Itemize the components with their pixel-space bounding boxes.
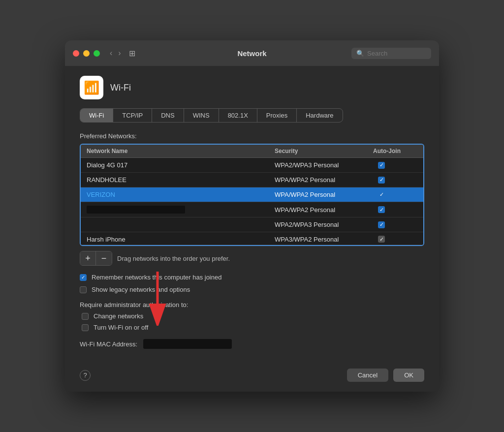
security-cell: WPA3/WPA2 Personal (275, 236, 373, 243)
col-security: Security (275, 148, 373, 154)
minimize-button[interactable] (83, 50, 90, 57)
security-cell: WPA/WPA2 Personal (275, 206, 373, 214)
mac-address-row: Wi-Fi MAC Address: (80, 339, 424, 349)
tab-8021x[interactable]: 802.1X (219, 109, 257, 122)
footer-buttons: Cancel OK (347, 369, 424, 382)
wifi-header: 📶 Wi-Fi (80, 76, 424, 99)
wifi-icon: 📶 (84, 80, 99, 95)
tab-wifi[interactable]: Wi-Fi (80, 109, 113, 122)
tab-hardware[interactable]: Hardware (297, 109, 342, 122)
preferred-networks-label: Preferred Networks: (80, 132, 424, 140)
turn-wifi-checkbox[interactable] (82, 324, 89, 331)
tab-tcpip[interactable]: TCP/IP (113, 109, 152, 122)
tab-proxies[interactable]: Proxies (257, 109, 297, 122)
auto-join-checkbox[interactable]: ✓ (378, 206, 385, 213)
table-row[interactable]: WPA2/WPA3 Personal ✓ (81, 217, 423, 232)
add-network-button[interactable]: + (80, 251, 96, 265)
window-title: Network (237, 49, 266, 58)
table-row[interactable]: Dialog 4G 017 WPA2/WPA3 Personal ✓ (81, 158, 423, 173)
require-admin-label: Require administrator authorisation to: (80, 301, 424, 309)
auto-join-checkbox[interactable]: ✓ (378, 236, 385, 243)
tab-wins[interactable]: WINS (184, 109, 219, 122)
wifi-icon-container: 📶 (80, 76, 103, 99)
redacted-name (87, 206, 185, 214)
auto-join-cell: ✓ (373, 236, 417, 243)
grid-icon: ⊞ (129, 49, 135, 58)
wifi-panel-title: Wi-Fi (110, 83, 131, 93)
remember-networks-option: ✓ Remember networks this computer has jo… (80, 274, 424, 281)
content-area: 📶 Wi-Fi Wi-Fi TCP/IP DNS WINS 802.1X Pro… (65, 66, 439, 369)
network-name-cell: Dialog 4G 017 (87, 161, 275, 169)
table-header: Network Name Security Auto-Join (81, 145, 423, 158)
security-cell: WPA/WPA2 Personal (275, 176, 373, 184)
auto-join-checkbox[interactable]: ✓ (378, 162, 385, 169)
checkmark-icon: ✓ (81, 275, 85, 280)
turn-wifi-option: Turn Wi-Fi on or off (82, 324, 424, 331)
change-networks-label: Change networks (94, 312, 143, 320)
auto-join-cell: ✓ (373, 177, 417, 184)
network-name-cell: Harsh iPhone (87, 236, 275, 243)
ok-button[interactable]: OK (393, 369, 424, 382)
auto-join-cell: ✓ (373, 162, 417, 169)
auto-join-cell: ✓ (373, 206, 417, 213)
remember-networks-checkbox[interactable]: ✓ (80, 274, 87, 281)
mac-value (143, 339, 232, 349)
cancel-button[interactable]: Cancel (347, 369, 388, 382)
security-cell: WPA2/WPA3 Personal (275, 221, 373, 228)
auto-join-checkbox[interactable]: ✓ (378, 177, 385, 184)
close-button[interactable] (73, 50, 79, 57)
networks-table: Network Name Security Auto-Join Dialog 4… (80, 144, 424, 246)
forward-button[interactable]: › (116, 47, 123, 60)
remember-networks-label: Remember networks this computer has join… (92, 274, 221, 281)
auto-join-checkbox[interactable]: ✓ (378, 221, 385, 228)
search-icon: 🔍 (356, 50, 364, 57)
show-legacy-option: Show legacy networks and options (80, 286, 424, 293)
admin-options: Change networks Turn Wi-Fi on or off (80, 312, 424, 331)
table-row[interactable]: WPA/WPA2 Personal ✓ (81, 202, 423, 217)
footer: ? Cancel OK (65, 369, 439, 392)
auto-join-checkbox[interactable]: ✓ (378, 191, 385, 198)
controls-row: + − Drag networks into the order you pre… (80, 251, 424, 266)
options-section: ✓ Remember networks this computer has jo… (80, 274, 424, 293)
add-remove-group: + − (80, 251, 112, 266)
titlebar: ‹ › ⊞ Network 🔍 (65, 40, 439, 66)
table-row[interactable]: RANDHOLEE WPA/WPA2 Personal ✓ (81, 173, 423, 187)
show-legacy-label: Show legacy networks and options (92, 286, 190, 293)
back-button[interactable]: ‹ (108, 47, 114, 60)
table-row[interactable]: Harsh iPhone WPA3/WPA2 Personal ✓ (81, 232, 423, 245)
remove-network-button[interactable]: − (96, 251, 112, 265)
help-button[interactable]: ? (80, 370, 91, 381)
search-input[interactable] (367, 50, 426, 57)
table-row[interactable]: VERIZON WPA/WPA2 Personal ✓ (81, 187, 423, 202)
require-admin-section: Require administrator authorisation to: … (80, 301, 424, 331)
change-networks-checkbox[interactable] (82, 313, 89, 320)
security-cell: WPA/WPA2 Personal (275, 191, 373, 198)
maximize-button[interactable] (94, 50, 100, 57)
nav-arrows: ‹ › (108, 47, 123, 60)
show-legacy-checkbox[interactable] (80, 286, 87, 293)
col-network-name: Network Name (87, 148, 275, 154)
traffic-lights (73, 50, 100, 57)
table-body: Dialog 4G 017 WPA2/WPA3 Personal ✓ RANDH… (81, 158, 423, 245)
tab-dns[interactable]: DNS (152, 109, 184, 122)
network-name-cell: RANDHOLEE (87, 176, 275, 184)
change-networks-option: Change networks (82, 312, 424, 320)
tab-bar: Wi-Fi TCP/IP DNS WINS 802.1X Proxies Har… (80, 108, 343, 123)
security-cell: WPA2/WPA3 Personal (275, 161, 373, 169)
search-box: 🔍 (351, 48, 431, 59)
turn-wifi-label: Turn Wi-Fi on or off (94, 324, 148, 331)
auto-join-cell: ✓ (373, 191, 417, 198)
auto-join-cell: ✓ (373, 221, 417, 228)
network-name-cell: VERIZON (87, 191, 275, 198)
col-auto-join: Auto-Join (373, 148, 417, 154)
drag-hint: Drag networks into the order you prefer. (117, 255, 230, 262)
mac-label: Wi-Fi MAC Address: (80, 340, 137, 348)
